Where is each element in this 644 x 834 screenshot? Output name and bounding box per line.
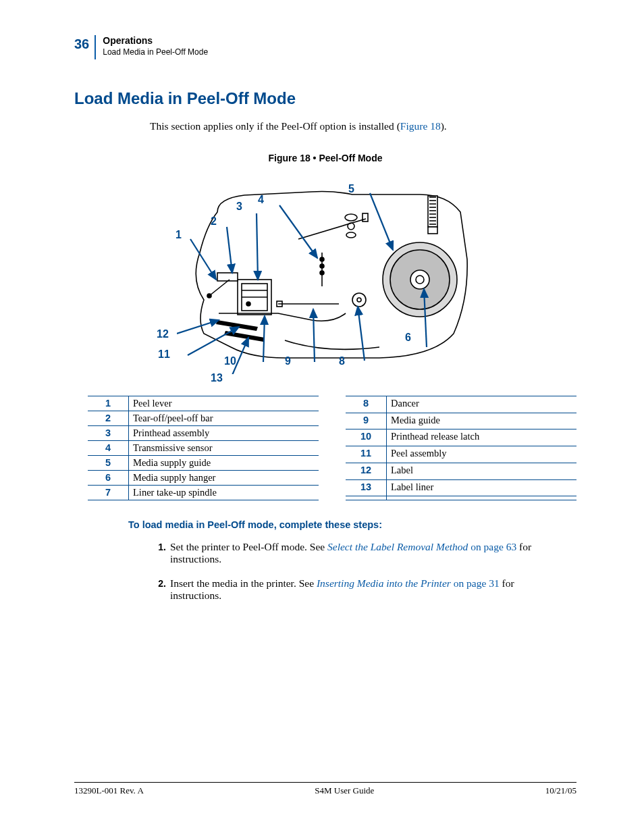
svg-point-34: [207, 294, 211, 298]
legend-text: Peel assembly: [387, 446, 577, 463]
footer-center: S4M User Guide: [315, 785, 374, 796]
footer-left: 13290L-001 Rev. A: [74, 785, 144, 796]
legend-num: 2: [88, 411, 129, 426]
legend-tables: 1Peel lever 2Tear-off/peel-off bar 3Prin…: [88, 396, 576, 500]
intro-text-pre: This section applies only if the Peel-Of…: [150, 120, 400, 132]
svg-point-22: [320, 264, 324, 268]
svg-line-37: [257, 213, 258, 280]
svg-point-17: [346, 232, 356, 238]
page-header: 36 Operations Load Media in Peel-Off Mod…: [74, 35, 576, 59]
section-title-small: Load Media in Peel-Off Mode: [103, 47, 208, 57]
legend-text: Printhead release latch: [387, 429, 577, 446]
callout-3: 3: [236, 201, 242, 212]
svg-point-23: [320, 271, 324, 275]
legend-text: Liner take-up spindle: [129, 486, 319, 500]
legend-num: 5: [88, 456, 129, 471]
svg-rect-32: [217, 273, 238, 281]
figure-18: 1 2 3 4 5 6 8 9 10 11 12 13: [74, 172, 576, 381]
chapter-title: Operations: [103, 35, 208, 46]
callout-5: 5: [348, 184, 354, 194]
svg-rect-26: [363, 213, 368, 221]
legend-text: Media guide: [387, 413, 577, 429]
callout-4: 4: [258, 194, 264, 205]
svg-line-42: [313, 309, 315, 362]
xref-link[interactable]: Inserting Media into the Printer on page…: [317, 577, 500, 589]
legend-text: [387, 496, 577, 500]
svg-line-35: [190, 239, 216, 280]
step-number: 2.: [151, 577, 166, 602]
svg-line-44: [188, 327, 239, 355]
callout-2: 2: [211, 216, 217, 227]
callout-12: 12: [157, 329, 169, 340]
svg-point-19: [357, 298, 361, 302]
legend-num: 4: [88, 441, 129, 456]
legend-num: 7: [88, 486, 129, 500]
callout-9: 9: [285, 356, 291, 367]
callout-11: 11: [158, 349, 170, 360]
step-list: 1. Set the printer to Peel-Off mode. See…: [151, 541, 563, 602]
intro-text-post: ).: [441, 120, 447, 132]
legend-num: 9: [346, 413, 387, 429]
peel-off-diagram: [177, 178, 487, 374]
steps-heading: To load media in Peel-Off mode, complete…: [128, 519, 576, 530]
svg-rect-14: [428, 227, 437, 234]
legend-num: 6: [88, 471, 129, 486]
legend-num: 10: [346, 429, 387, 446]
legend-num: 3: [88, 426, 129, 441]
figure-xref[interactable]: Figure 18: [400, 120, 441, 132]
header-divider: [95, 35, 96, 59]
figure-caption: Figure 18 • Peel-Off Mode: [74, 153, 576, 163]
svg-line-33: [209, 280, 230, 296]
step-text-pre: Insert the media in the printer. See: [170, 577, 317, 589]
svg-line-45: [177, 320, 219, 334]
svg-point-18: [352, 293, 366, 307]
legend-text: Tear-off/peel-off bar: [129, 411, 319, 426]
step-body: Insert the media in the printer. See Ins…: [170, 577, 563, 602]
svg-point-3: [416, 276, 424, 284]
svg-line-36: [227, 227, 232, 273]
legend-text: Label: [387, 463, 577, 479]
legend-text: Peel lever: [129, 396, 319, 411]
legend-text: Media supply guide: [129, 456, 319, 471]
step-1: 1. Set the printer to Peel-Off mode. See…: [151, 541, 563, 565]
legend-table-left: 1Peel lever 2Tear-off/peel-off bar 3Prin…: [88, 396, 319, 500]
svg-point-15: [345, 214, 357, 221]
page-footer: 13290L-001 Rev. A S4M User Guide 10/21/0…: [74, 782, 576, 796]
legend-num: 13: [346, 479, 387, 496]
legend-text: Transmissive sensor: [129, 441, 319, 456]
step-body: Set the printer to Peel-Off mode. See Se…: [170, 541, 563, 565]
legend-text: Dancer: [387, 396, 577, 413]
legend-table-right: 8Dancer 9Media guide 10Printhead release…: [346, 396, 576, 500]
step-number: 1.: [151, 541, 166, 565]
callout-10: 10: [224, 356, 236, 367]
page-number: 36: [74, 36, 89, 52]
intro-paragraph: This section applies only if the Peel-Of…: [150, 120, 576, 132]
legend-num: 11: [346, 446, 387, 463]
legend-num: 12: [346, 463, 387, 479]
svg-line-38: [279, 205, 317, 258]
svg-line-43: [263, 316, 265, 362]
svg-point-21: [320, 257, 324, 261]
svg-point-31: [246, 302, 250, 306]
legend-text: Printhead assembly: [129, 426, 319, 441]
callout-8: 8: [339, 356, 345, 367]
legend-text: Media supply hanger: [129, 471, 319, 486]
callout-13: 13: [211, 373, 223, 384]
legend-num: 8: [346, 396, 387, 413]
svg-line-41: [358, 307, 365, 361]
legend-text: Label liner: [387, 479, 577, 496]
callout-6: 6: [405, 332, 411, 343]
xref-link[interactable]: Select the Label Removal Method on page …: [327, 541, 516, 552]
page-title: Load Media in Peel-Off Mode: [74, 89, 576, 108]
footer-right: 10/21/05: [545, 785, 576, 796]
legend-num: [346, 496, 387, 500]
step-text-pre: Set the printer to Peel-Off mode. See: [170, 541, 327, 552]
step-2: 2. Insert the media in the printer. See …: [151, 577, 563, 602]
svg-line-39: [370, 193, 393, 250]
callout-1: 1: [176, 230, 182, 240]
legend-num: 1: [88, 396, 129, 411]
